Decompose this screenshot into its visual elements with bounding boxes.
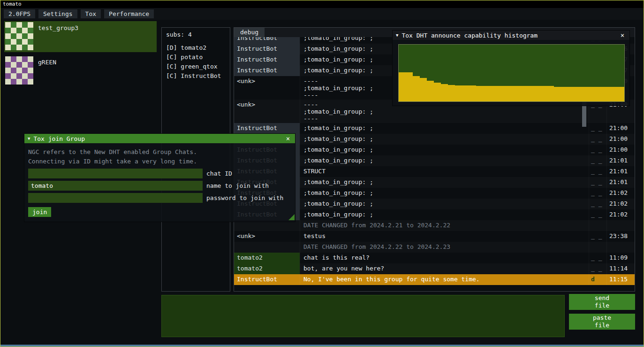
message-timestamp: 21:00 <box>606 123 635 134</box>
message-timestamp <box>606 242 635 253</box>
histogram-bar <box>519 86 526 101</box>
histogram-bar <box>504 86 511 101</box>
message-timestamp: 21:00 <box>606 145 635 155</box>
message-row[interactable]: tomato2bot, are you new here?_ _11:14 <box>234 263 635 274</box>
message-row[interactable]: tomato2chat is this real?_ _11:09 <box>234 253 635 263</box>
message-text: ;tomato_in_group: ; <box>300 199 589 209</box>
sender-name: <unk> <box>234 76 300 100</box>
histogram-bar <box>526 86 533 101</box>
join-button[interactable]: join <box>28 207 51 217</box>
message-status-flags: _ _ <box>589 231 606 242</box>
histogram-bar <box>540 86 547 101</box>
histogram-bar <box>582 87 589 101</box>
resize-grip[interactable] <box>288 214 295 220</box>
dht-histogram-window-title: Tox DHT announce capability histogram <box>402 32 615 39</box>
member-item[interactable]: [C] green_qtox <box>166 62 226 71</box>
message-input[interactable] <box>161 295 565 337</box>
message-status-flags: _ _ <box>589 177 606 188</box>
message-status-flags: _ _ <box>589 145 606 155</box>
message-text: No, I've been in this group for quite so… <box>300 274 589 285</box>
send-file-button[interactable]: send file <box>569 294 635 310</box>
menu-performance[interactable]: Performance <box>104 9 154 18</box>
sender-name: tomato2 <box>234 263 300 274</box>
sender-name: InstructBot <box>234 274 300 285</box>
app-window: tomato 2.0FPS Settings Tox Performance t… <box>0 0 644 347</box>
histogram-bar <box>455 85 462 101</box>
paste-file-button[interactable]: paste file <box>569 314 635 330</box>
histogram-bar <box>483 86 490 101</box>
message-status-flags: _ _ <box>589 188 606 199</box>
chat-id-input[interactable] <box>28 169 203 178</box>
message-timestamp: 21:00 <box>606 134 635 145</box>
message-text: ;tomato_in_group: ; <box>300 177 589 188</box>
member-item[interactable]: [D] tomato2 <box>166 43 226 53</box>
join-group-window-body: NGC refers to the New DHT enabled Group … <box>24 143 295 221</box>
menu-tox[interactable]: Tox <box>81 9 101 18</box>
message-text: ;tomato_in_group: ; <box>300 123 589 134</box>
join-name-label: name to join with <box>206 182 269 189</box>
histogram-bar <box>596 87 603 101</box>
histogram-plot <box>398 44 625 102</box>
message-text: ;tomato_in_group: ; <box>300 188 589 199</box>
member-list: [D] tomato2[C] potato[C] green_qtox[C] I… <box>166 43 226 81</box>
sender-name: InstructBot <box>234 44 300 54</box>
histogram-bar <box>512 86 519 101</box>
message-row[interactable]: InstructBotNo, I've been in this group f… <box>234 274 635 285</box>
sender-name: InstructBot <box>234 54 300 65</box>
message-text: ;tomato_in_group: ; <box>300 145 589 155</box>
join-group-window-titlebar[interactable]: ▼ Tox join Group × <box>24 134 295 143</box>
message-status-flags: _ _ <box>589 166 606 177</box>
message-text: DATE CHANGED from 2024.2.21 to 2024.2.22 <box>300 220 589 231</box>
histogram-bar <box>603 87 610 101</box>
histogram-bar <box>476 86 483 101</box>
join-name-input[interactable]: tomato <box>28 181 203 191</box>
histogram-bar <box>547 86 554 101</box>
bottom-edge-strip <box>0 345 644 347</box>
message-timestamp: 21:01 <box>606 155 635 166</box>
histogram-bar <box>554 87 561 101</box>
message-timestamp: 21:02 <box>606 199 635 209</box>
sender-name: <unk> <box>234 231 300 242</box>
histogram-bar <box>575 87 582 101</box>
collapse-arrow-icon[interactable]: ▼ <box>28 136 30 141</box>
message-timestamp <box>606 220 635 231</box>
histogram-bar <box>399 72 406 101</box>
join-group-window: ▼ Tox join Group × NGC refers to the New… <box>24 133 295 222</box>
dht-histogram-window-titlebar[interactable]: ▼ Tox DHT announce capability histogram … <box>393 31 629 40</box>
histogram-bar <box>434 83 441 101</box>
message-status-flags: d <box>589 274 606 285</box>
member-item[interactable]: [C] potato <box>166 53 226 62</box>
member-item[interactable]: [C] InstructBot <box>166 71 226 81</box>
histogram-bar <box>589 87 596 101</box>
histogram-bar <box>406 72 413 101</box>
tab-debug[interactable]: debug <box>234 28 265 37</box>
sender-name: <unk> <box>234 100 300 123</box>
message-row[interactable]: InstructBot;tomato_in_group: ;_ _21:00 <box>234 123 635 134</box>
close-icon[interactable]: × <box>619 31 626 39</box>
histogram-bar <box>497 86 504 101</box>
sender-name: tomato2 <box>234 253 300 263</box>
group-avatar <box>5 22 33 50</box>
histogram-bar <box>610 87 617 101</box>
message-row[interactable]: <unk>testus_ _23:38 <box>234 231 635 242</box>
message-text: ;tomato_in_group: ; <box>300 134 589 145</box>
message-status-flags: _ _ <box>589 199 606 209</box>
fps-indicator: 2.0FPS <box>4 9 35 18</box>
message-text: DATE CHANGED from 2024.2.22 to 2024.2.23 <box>300 242 589 253</box>
message-text: chat is this real? <box>300 253 589 263</box>
group-item-green[interactable]: gREEN <box>4 55 157 86</box>
join-password-input[interactable] <box>28 193 203 203</box>
collapse-arrow-icon[interactable]: ▼ <box>396 33 398 38</box>
close-icon[interactable]: × <box>284 135 292 142</box>
message-timestamp: 11:15 <box>606 274 635 285</box>
group-item-test_group3[interactable]: test_group3 <box>4 21 157 52</box>
histogram-bar <box>561 87 568 101</box>
histogram-bar <box>617 87 624 101</box>
menu-settings[interactable]: Settings <box>38 9 77 18</box>
histogram-bar <box>469 85 476 101</box>
message-timestamp: 21:02 <box>606 188 635 199</box>
message-status-flags <box>589 242 606 253</box>
message-text: bot, are you new here? <box>300 263 589 274</box>
sender-name: InstructBot <box>234 123 300 134</box>
message-text: testus <box>300 231 589 242</box>
